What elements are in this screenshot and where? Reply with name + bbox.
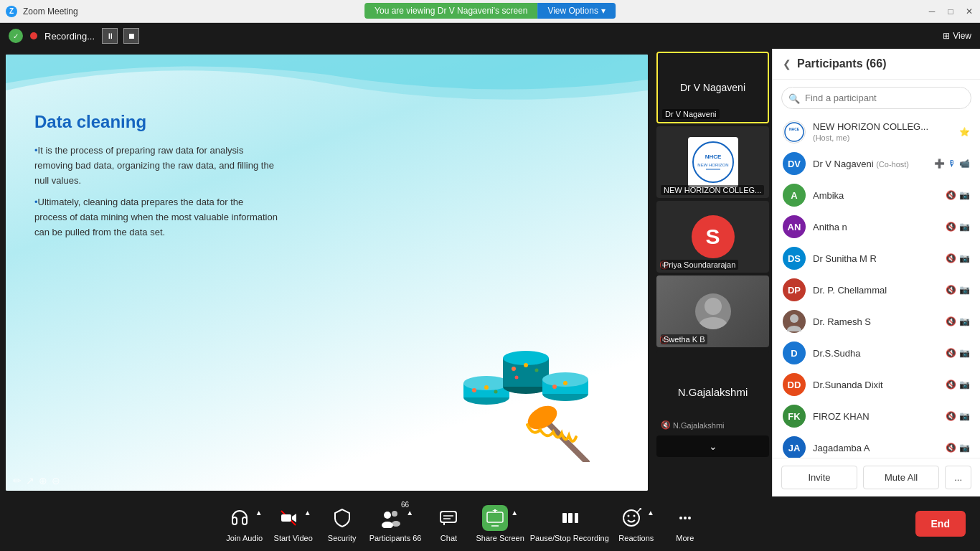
svg-point-20 [693, 142, 733, 182]
view-button[interactable]: ⊞ View [943, 31, 971, 41]
participant-item-dr-sunitha[interactable]: DS Dr Sunitha M R 🔇 📷 [773, 242, 980, 274]
screen-share-banner: You are viewing Dr V Nagaveni's screen V… [364, 3, 616, 19]
participant-item-jagadamba[interactable]: JA Jagadamba A 🔇 📷 [773, 432, 980, 458]
join-audio-button[interactable]: ▲ Join Audio [223, 505, 266, 542]
start-video-chevron[interactable]: ▲ [304, 509, 311, 517]
maximize-button[interactable]: □ [946, 6, 956, 17]
scroll-down-button[interactable]: ⌄ [656, 435, 769, 457]
view-options-button[interactable]: View Options ▾ [537, 3, 615, 19]
pause-recording-button[interactable]: ⏸ [102, 28, 118, 44]
chat-icon [435, 505, 461, 531]
participants-chevron[interactable]: ▲ [406, 509, 413, 517]
participant-name-dr-ramesh: Dr. Ramesh S [813, 316, 938, 327]
svg-rect-45 [575, 513, 578, 523]
participant-item-anitha[interactable]: AN Anitha n 🔇 📷 [773, 211, 980, 242]
panel-collapse-button[interactable]: ❮ [783, 58, 791, 70]
mute-all-button[interactable]: Mute All [863, 466, 939, 489]
participant-item-dr-ramesh[interactable]: Dr. Ramesh S 🔇 📷 [773, 306, 980, 337]
participant-name-ambika: Ambika [813, 190, 938, 201]
headphones-icon [227, 505, 253, 531]
svg-text:NEW HORIZON: NEW HORIZON [697, 163, 728, 167]
zoom-in-icon[interactable]: ⊕ [39, 475, 47, 486]
participant-avatar-ambika: A [783, 184, 806, 207]
start-video-label: Start Video [274, 534, 313, 542]
share-screen-chevron[interactable]: ▲ [511, 509, 518, 517]
participant-item-nhce[interactable]: NHCE NEW HORIZON COLLEG... (Host, me) ⭐ [773, 116, 980, 148]
main-content: Data cleaning •It is the process of prep… [0, 49, 980, 496]
video-thumb-priya[interactable]: S 🔇 Priya Soundararajan [656, 201, 769, 273]
participant-item-ambika[interactable]: A Ambika 🔇 📷 [773, 179, 980, 211]
participant-avatar-jagadamba: JA [783, 436, 806, 458]
recording-bar: ✓ Recording... ⏸ ⏹ ⊞ View [0, 23, 980, 49]
video-thumb-swetha[interactable]: 🔇 Swetha K B [656, 276, 769, 347]
participants-icon: 66 [377, 505, 403, 531]
mute-icon-dr-sunanda: 🔇 [946, 380, 956, 390]
participant-search-input[interactable] [781, 87, 971, 109]
video-thumb-dr-nagaveni[interactable]: Dr V Nagaveni Dr V Nagaveni [656, 52, 769, 123]
share-screen-button[interactable]: ▲ Share Screen [476, 505, 524, 542]
close-button[interactable]: ✕ [964, 6, 974, 17]
participant-item-firoz[interactable]: FK FIROZ KHAN 🔇 📷 [773, 400, 980, 432]
reactions-chevron[interactable]: ▲ [647, 509, 654, 517]
svg-point-47 [627, 515, 629, 517]
minimize-button[interactable]: ─ [927, 6, 937, 17]
video-off-icon-firoz: 📷 [959, 411, 970, 421]
participant-item-dr-sunanda[interactable]: DD Dr.Sunanda Dixit 🔇 📷 [773, 369, 980, 400]
pointer-icon[interactable]: ↗ [26, 475, 34, 486]
join-audio-label: Join Audio [226, 534, 263, 542]
video-thumb-ngaja[interactable]: N.Gajalakshmi 🔇 N.Gajalakshmi [656, 350, 769, 433]
svg-point-3 [472, 388, 476, 392]
video-off-icon-anitha: 📷 [959, 222, 970, 232]
more-button[interactable]: More [664, 505, 707, 542]
video-thumb-nhce[interactable]: NHCE NEW HORIZON NEW HORIZON COLLEG... [656, 126, 769, 198]
video-off-icon-dr-sunitha: 📷 [959, 253, 970, 263]
mute-icon-dr-ramesh: 🔇 [946, 316, 956, 326]
mute-icon-firoz: 🔇 [946, 411, 956, 421]
svg-point-23 [705, 298, 722, 315]
title-bar: Z Zoom Meeting You are viewing Dr V Naga… [0, 0, 980, 23]
stop-recording-button[interactable]: ⏹ [123, 28, 139, 44]
pen-icon[interactable]: ✏ [13, 475, 22, 486]
pause-recording-icon [557, 505, 583, 531]
svg-point-52 [684, 517, 687, 519]
recording-dot [30, 32, 37, 39]
participant-item-dr-sudha[interactable]: D Dr.S.Sudha 🔇 📷 [773, 337, 980, 369]
invite-button[interactable]: Invite [781, 466, 857, 489]
participant-item-dr-nagaveni[interactable]: DV Dr V Nagaveni (Co-host) ➕ 🎙 📹 [773, 148, 980, 179]
chat-button[interactable]: Chat [427, 505, 470, 542]
svg-point-53 [688, 517, 691, 519]
slide-frame: Data cleaning •It is the process of prep… [6, 55, 648, 491]
mute-icon-chellammal: 🔇 [946, 285, 956, 295]
view-label: View [953, 31, 971, 41]
svg-point-4 [484, 385, 489, 390]
svg-point-24 [699, 317, 727, 329]
more-options-button[interactable]: ... [945, 466, 971, 489]
security-label: Security [328, 534, 357, 542]
pause-stop-recording-button[interactable]: Pause/Stop Recording [530, 505, 609, 542]
start-video-button[interactable]: ▲ Start Video [272, 505, 315, 542]
reactions-button[interactable]: ▲ Reactions [615, 505, 658, 542]
participant-name-dr-sudha: Dr.S.Sudha [813, 348, 938, 359]
end-button[interactable]: End [915, 511, 966, 537]
svg-point-51 [679, 517, 682, 519]
nhce-logo: NHCE NEW HORIZON [688, 137, 738, 187]
svg-rect-36 [440, 512, 456, 522]
svg-point-35 [392, 521, 400, 527]
panel-footer: Invite Mute All ... [773, 458, 980, 496]
join-audio-chevron[interactable]: ▲ [255, 509, 263, 517]
participant-name-dr-nagaveni: Dr V Nagaveni (Co-host) [813, 159, 927, 169]
svg-marker-41 [492, 509, 498, 511]
svg-point-27 [790, 314, 798, 323]
svg-text:NHCE: NHCE [705, 154, 721, 160]
security-button[interactable]: Security [321, 505, 364, 542]
participants-button[interactable]: 66 ▲ Participants 66 [369, 505, 422, 542]
shield-icon: ✓ [9, 29, 23, 43]
svg-point-33 [382, 522, 393, 528]
svg-rect-30 [281, 514, 291, 522]
participant-item-dr-chellammal[interactable]: DP Dr. P. Chellammal 🔇 📷 [773, 274, 980, 306]
participants-panel: ❮ Participants (66) 🔍 NHCE NEW HORIZON C… [772, 49, 980, 496]
svg-text:NHCE: NHCE [789, 127, 800, 131]
zoom-out-icon[interactable]: ⊖ [52, 475, 60, 486]
mute-icon-ngaja: 🔇 [661, 420, 671, 430]
slide-title: Data cleaning [34, 112, 619, 132]
